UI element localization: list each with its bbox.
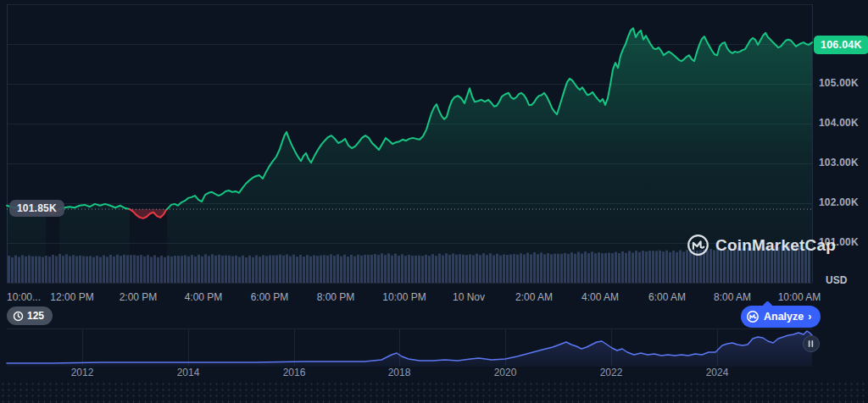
analyze-tooltip: Analyze › (741, 301, 821, 328)
analyze-button[interactable]: Analyze › (741, 306, 821, 328)
coinmarketcap-badge-icon (746, 310, 760, 323)
crypto-price-chart: 105.00K104.00K103.00K102.00K101.00K USD … (0, 0, 868, 403)
price-chart-plot-area[interactable] (7, 4, 812, 283)
annotation-count: 125 (27, 310, 44, 322)
chevron-right-icon: › (808, 311, 811, 323)
annotation-count-badge[interactable]: 125 (7, 306, 53, 325)
clock-icon (13, 311, 24, 322)
analyze-label: Analyze (764, 311, 804, 323)
history-navigator-brush[interactable] (7, 328, 814, 367)
